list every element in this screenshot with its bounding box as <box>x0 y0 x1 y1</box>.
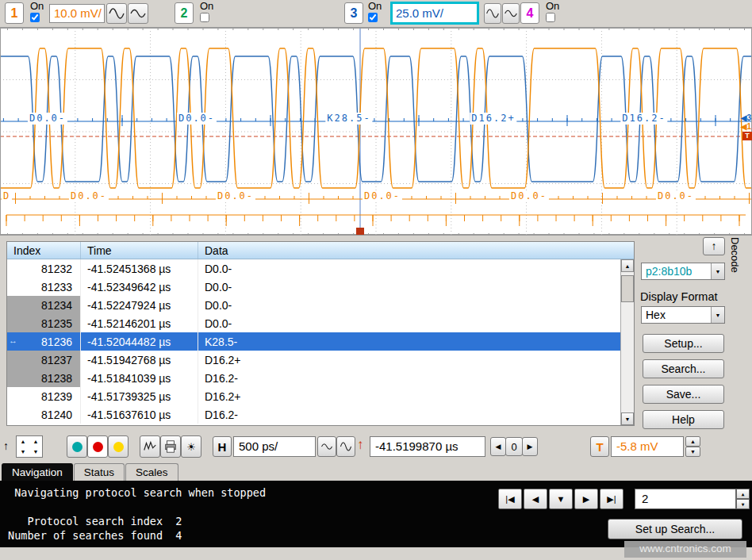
channel-1-scale-up-button[interactable] <box>106 3 127 24</box>
table-row[interactable]: 81238-41.51841039 µsD16.2- <box>7 369 620 387</box>
collapse-listing-button[interactable]: ↑ <box>703 237 725 255</box>
save-button[interactable]: Save... <box>643 385 724 404</box>
red-marker-button[interactable] <box>87 435 108 458</box>
header-time[interactable]: Time <box>80 242 198 259</box>
table-scrollbar[interactable]: ▲ ▼ <box>620 259 634 425</box>
channel-4-button[interactable]: 4 <box>520 2 539 24</box>
cell-time: -41.52146201 µs <box>80 314 198 332</box>
cell-index: 81240 <box>7 405 80 424</box>
navigation-message-line1: Navigating protocol search when stopped <box>8 485 266 500</box>
search-button[interactable]: Search... <box>643 359 724 378</box>
horizontal-button[interactable]: H <box>213 436 232 457</box>
table-row[interactable]: 81240-41.51637610 µsD16.2- <box>7 405 620 424</box>
cell-data: D16.2- <box>198 369 620 387</box>
cell-time: -41.52451368 µs <box>80 259 198 278</box>
zero-position-button[interactable]: 0 <box>505 437 523 456</box>
channel-3-scale-down-button[interactable] <box>502 3 520 24</box>
channel-1-on-checkbox[interactable] <box>30 13 40 22</box>
navigation-message-line3: Number of searches found 4 <box>8 528 266 543</box>
search-last-button[interactable]: ▶| <box>600 489 623 509</box>
h-scale-fine-button[interactable] <box>317 436 336 457</box>
h-scale-coarse-button[interactable] <box>336 436 355 457</box>
table-row[interactable]: 81239-41.51739325 µsD16.2+ <box>7 387 620 405</box>
sine-wave-icon <box>320 440 333 453</box>
table-body: 81232-41.52451368 µsD0.0-81233-41.523496… <box>7 259 620 424</box>
channel-2-on-checkbox[interactable] <box>200 13 209 22</box>
trigger-slope-icon[interactable]: ↑ <box>357 437 364 453</box>
channel-3-scale-field[interactable]: 25.0 mV/ <box>390 2 479 25</box>
trigger-level-spinner[interactable]: ▲ ▼ <box>685 436 700 457</box>
pan-right-button[interactable]: ▶ <box>522 437 538 456</box>
navigation-message-line2: Protocol search index 2 <box>8 514 266 528</box>
up-triangle-icon: ▲ <box>17 436 29 447</box>
channel-1-scale-field[interactable]: 10.0 mV/ <box>49 4 105 23</box>
cell-index: 81233 <box>7 278 80 296</box>
scroll-up-icon[interactable]: ▲ <box>621 259 634 272</box>
setup-button[interactable]: Setup... <box>643 334 724 353</box>
search-previous-button[interactable]: ◀ <box>524 489 547 509</box>
table-row[interactable]: 81232-41.52451368 µsD0.0- <box>7 259 620 278</box>
search-next-button[interactable]: ▶ <box>574 489 598 509</box>
header-index[interactable]: Index <box>7 242 80 259</box>
channel-2-on-label: On <box>200 1 213 12</box>
cell-data: D0.0- <box>198 296 620 314</box>
printer-icon <box>163 439 178 454</box>
trigger-button[interactable]: T <box>590 436 609 457</box>
display-format-value: Hex <box>642 309 711 321</box>
pan-left-button[interactable]: ◀ <box>490 437 506 456</box>
channel-1-button[interactable]: 1 <box>5 2 24 24</box>
spin-up-icon[interactable]: ▲ <box>685 436 700 447</box>
decode-label: D16.2+ <box>470 113 516 125</box>
horizontal-scale-field[interactable]: 500 ps/ <box>233 436 316 457</box>
waveform-display[interactable]: D0.0-D0.0-K28.5-D16.2+D16.2-DD0.0-D0.0-D… <box>0 27 752 235</box>
search-index-spinner[interactable]: ▲ ▼ <box>736 489 750 509</box>
vertical-adjust-spinner[interactable]: ▲▲▼▼ <box>16 435 43 458</box>
teal-marker-button[interactable] <box>67 435 87 458</box>
brightness-button[interactable]: ☀ <box>181 435 201 458</box>
channel-3-on-checkbox[interactable] <box>368 13 378 22</box>
spin-down-icon[interactable]: ▼ <box>685 447 700 457</box>
cell-time: -41.52349642 µs <box>80 278 198 296</box>
table-row[interactable]: 81235-41.52146201 µsD0.0- <box>7 314 620 332</box>
cell-index: 81232 <box>7 259 80 278</box>
display-format-dropdown[interactable]: Hex ▼ <box>641 306 725 324</box>
decode-label: D0.0- <box>69 190 109 202</box>
pan-up-icon[interactable]: ↑ <box>3 439 9 452</box>
waveform-tool-button[interactable] <box>140 435 160 458</box>
help-button[interactable]: Help <box>643 410 724 429</box>
bottom-tabs: NavigationStatusScales <box>0 463 752 481</box>
set-up-search-button[interactable]: Set up Search... <box>608 519 742 539</box>
yellow-marker-button[interactable] <box>108 435 129 458</box>
trigger-level-field[interactable]: -5.8 mV <box>611 436 684 457</box>
cell-index: 81236 <box>7 332 80 351</box>
cell-time: -41.52247924 µs <box>80 296 198 314</box>
spin-up-icon[interactable]: ▲ <box>736 489 750 499</box>
yellow-circle-icon <box>113 442 124 452</box>
tab-status[interactable]: Status <box>74 463 125 481</box>
search-index-field[interactable]: 2 <box>635 489 736 509</box>
channel-3-button[interactable]: 3 <box>344 2 363 24</box>
search-first-button[interactable]: |◀ <box>498 489 522 509</box>
tab-scales[interactable]: Scales <box>125 463 178 481</box>
channel-2-button[interactable]: 2 <box>175 2 194 24</box>
cell-data: K28.5- <box>198 332 620 351</box>
header-data[interactable]: Data <box>198 242 634 259</box>
scrollbar-thumb[interactable] <box>621 275 634 302</box>
table-row[interactable]: 81233-41.52349642 µsD0.0- <box>7 278 620 296</box>
channel-4-on-checkbox[interactable] <box>546 13 555 22</box>
table-row[interactable]: 81236-41.52044482 µsK28.5-↔ <box>7 332 620 351</box>
tab-navigation[interactable]: Navigation <box>2 463 73 481</box>
scroll-down-icon[interactable]: ▼ <box>621 412 634 425</box>
horizontal-position-field[interactable]: -41.5199870 µs <box>370 436 485 457</box>
table-row[interactable]: 81234-41.52247924 µsD0.0- <box>7 296 620 314</box>
search-current-button[interactable]: ▼ <box>549 489 573 509</box>
spin-down-icon[interactable]: ▼ <box>736 499 750 509</box>
print-button[interactable] <box>160 435 181 458</box>
channel-1-scale-down-button[interactable] <box>128 3 148 24</box>
channel-3-scale-up-button[interactable] <box>484 3 501 24</box>
cell-data: D0.0- <box>198 259 620 278</box>
decode-source-dropdown[interactable]: p2:8b10b ▼ <box>641 263 725 280</box>
chevron-down-icon: ▼ <box>711 263 724 279</box>
table-row[interactable]: 81237-41.51942768 µsD16.2+ <box>7 351 620 369</box>
sine-wave-icon <box>504 6 518 21</box>
